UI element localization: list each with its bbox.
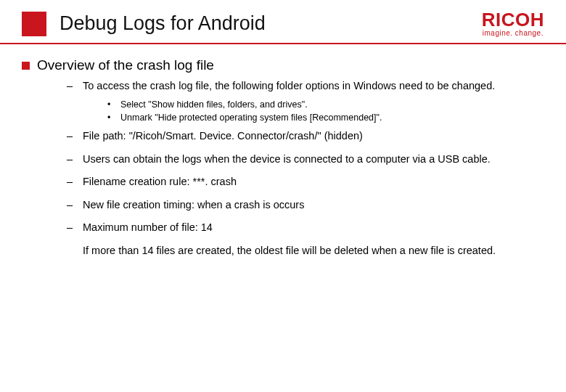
list-text: Select "Show hidden files, folders, and … xyxy=(120,98,308,112)
dash-icon: – xyxy=(67,79,83,94)
nested-bullet-list: • Select "Show hidden files, folders, an… xyxy=(22,98,544,126)
list-text: Maximum number of file: 14 xyxy=(83,221,530,235)
section-heading-row: Overview of the crash log file xyxy=(22,57,544,73)
slide-title: Debug Logs for Android xyxy=(60,12,482,35)
dash-icon: – xyxy=(67,175,83,189)
dash-icon: – xyxy=(67,221,83,235)
list-text: Users can obtain the logs when the devic… xyxy=(83,152,530,167)
list-text: To access the crash log file, the follow… xyxy=(83,79,530,94)
list-item: – Filename creation rule: ***. crash xyxy=(67,175,530,189)
section-bullet-icon xyxy=(22,62,30,70)
list-item: • Select "Show hidden files, folders, an… xyxy=(107,98,544,112)
section-title: Overview of the crash log file xyxy=(37,57,214,73)
list-text: New file creation timing: when a crash i… xyxy=(83,198,530,213)
header-square-icon xyxy=(22,12,46,36)
list-item: – File path: "/Ricoh/Smart. Device. Conn… xyxy=(67,129,530,144)
bullet-list: – File path: "/Ricoh/Smart. Device. Conn… xyxy=(22,129,544,235)
slide-content: Overview of the crash log file – To acce… xyxy=(0,44,566,258)
list-text: Filename creation rule: ***. crash xyxy=(83,175,530,189)
bullet-dot-icon: • xyxy=(107,98,120,112)
list-item: – New file creation timing: when a crash… xyxy=(67,198,530,213)
list-item: – Users can obtain the logs when the dev… xyxy=(67,152,530,167)
list-text: File path: "/Ricoh/Smart. Device. Connec… xyxy=(83,129,530,144)
bullet-dot-icon: • xyxy=(107,111,120,125)
list-item: • Unmark "Hide protected operating syste… xyxy=(107,111,544,125)
dash-icon: – xyxy=(67,152,83,167)
logo-tagline: imagine. change. xyxy=(483,30,544,37)
logo-text: RICOH xyxy=(482,10,544,29)
list-item: – Maximum number of file: 14 xyxy=(67,221,530,235)
list-text: Unmark "Hide protected operating system … xyxy=(120,111,382,125)
dash-icon: – xyxy=(67,129,83,144)
list-item: – To access the crash log file, the foll… xyxy=(67,79,530,94)
brand-logo: RICOH imagine. change. xyxy=(482,10,544,37)
note-text: If more than 14 files are created, the o… xyxy=(22,244,544,258)
bullet-list: – To access the crash log file, the foll… xyxy=(22,79,544,94)
slide-header: Debug Logs for Android RICOH imagine. ch… xyxy=(0,0,566,44)
dash-icon: – xyxy=(67,198,83,213)
